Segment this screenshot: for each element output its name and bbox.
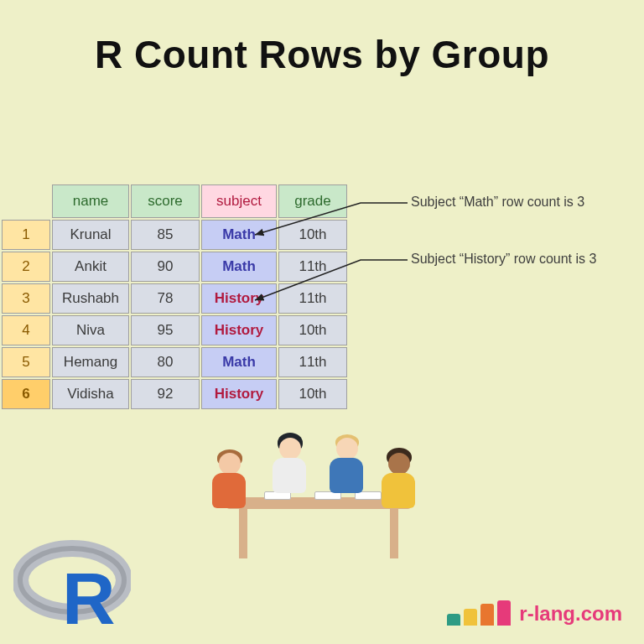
cell-score: 95 — [131, 315, 200, 345]
desk-leg — [390, 508, 398, 558]
cell-name: Vidisha — [52, 379, 129, 409]
table-row: 4Niva95History10th — [2, 315, 347, 345]
row-index: 2 — [2, 252, 50, 282]
brand-bars-icon — [447, 600, 511, 626]
brand-bar — [464, 609, 477, 626]
desk-leg — [239, 508, 247, 558]
row-index: 4 — [2, 315, 50, 345]
cell-subject: History — [201, 315, 277, 345]
cell-name: Krunal — [52, 220, 129, 250]
table-row: 6Vidisha92History10th — [2, 379, 347, 409]
cell-subject: History — [201, 379, 277, 409]
row-index: 5 — [2, 347, 50, 377]
r-logo: R — [13, 540, 131, 632]
col-name: name — [52, 184, 129, 218]
page-title: R Count Rows by Group — [0, 32, 644, 77]
cell-name: Niva — [52, 315, 129, 345]
cell-score: 78 — [131, 283, 200, 314]
logo-letter: R — [62, 557, 116, 632]
study-group-illustration — [205, 418, 432, 577]
brand-bar — [480, 604, 494, 626]
cell-name: Rushabh — [52, 283, 129, 314]
arrow-history — [252, 258, 419, 309]
cell-score: 90 — [131, 252, 200, 282]
table-row: 5Hemang80Math11th — [2, 347, 347, 377]
cell-grade: 10th — [278, 379, 347, 409]
cell-score: 92 — [131, 379, 200, 409]
cell-name: Hemang — [52, 347, 129, 377]
brand-bar — [497, 600, 511, 626]
site-brand: r-lang.com — [447, 600, 622, 626]
row-index: 1 — [2, 220, 50, 250]
annotation-math: Subject “Math” row count is 3 — [411, 195, 584, 210]
col-score: score — [131, 184, 200, 218]
cell-name: Ankit — [52, 252, 129, 282]
annotation-history: Subject “History” row count is 3 — [411, 252, 596, 267]
cell-grade: 10th — [278, 315, 347, 345]
row-index: 3 — [2, 283, 50, 314]
brand-text: r-lang.com — [519, 604, 622, 626]
cell-grade: 11th — [278, 347, 347, 377]
cell-subject: Math — [201, 347, 277, 377]
cell-score: 80 — [131, 347, 200, 377]
brand-bar — [447, 614, 460, 626]
row-index: 6 — [2, 379, 50, 409]
cell-score: 85 — [131, 220, 200, 250]
